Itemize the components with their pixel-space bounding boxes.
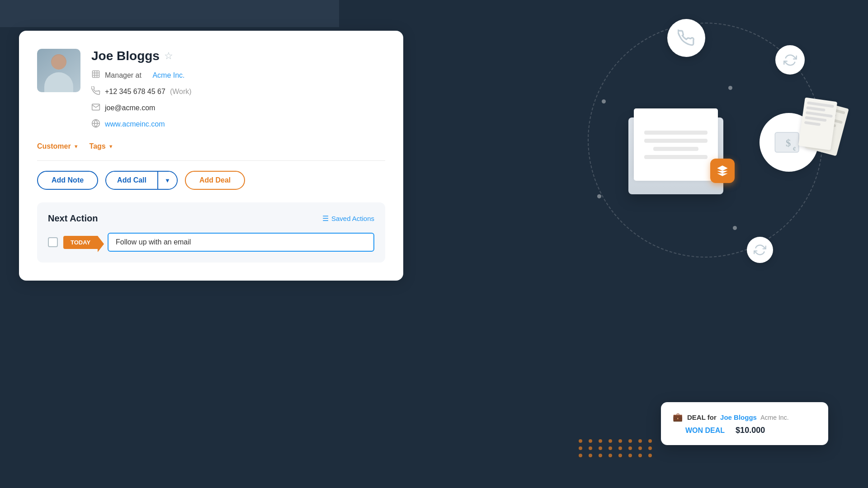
svg-rect-0 <box>93 71 99 78</box>
top-bar <box>0 0 339 27</box>
today-label: TODAY <box>71 239 90 246</box>
deal-card-header: 💼 DEAL for Joe Bloggs Acme Inc. <box>673 412 816 422</box>
profile-name-row: Joe Bloggs ☆ <box>91 49 385 63</box>
tags-caret: ▼ <box>108 144 113 149</box>
phone-type: (Work) <box>170 88 192 96</box>
dot <box>609 454 612 457</box>
company-title: Manager at <box>105 71 142 80</box>
company-link[interactable]: Acme Inc. <box>152 71 184 80</box>
receipt-1 <box>798 98 837 150</box>
dots-grid <box>579 439 655 457</box>
sync-icon-bottom <box>754 244 766 256</box>
add-deal-button[interactable]: Add Deal <box>185 171 245 190</box>
add-call-split-btn: Add Call ▼ <box>105 171 178 190</box>
circle-dot-3 <box>597 194 601 198</box>
sync-circle-bottom <box>747 237 773 263</box>
dot <box>638 439 642 443</box>
dot <box>609 446 612 450</box>
dot <box>589 446 592 450</box>
dot <box>609 439 612 443</box>
dot <box>648 439 652 443</box>
dot <box>589 439 592 443</box>
saved-actions-link[interactable]: ☰ Saved Actions <box>322 214 374 223</box>
deal-card: 💼 DEAL for Joe Bloggs Acme Inc. WON DEAL… <box>661 402 828 445</box>
building-icon <box>91 70 100 81</box>
dot <box>638 446 642 450</box>
phone-icon <box>91 86 100 97</box>
next-action-title: Next Action <box>48 213 98 224</box>
deal-prefix: DEAL for <box>687 413 717 421</box>
stack-icon <box>716 164 729 177</box>
next-action-header: Next Action ☰ Saved Actions <box>48 213 374 224</box>
phone-number: +12 345 678 45 67 <box>105 88 165 96</box>
dot <box>579 446 582 450</box>
email-icon <box>91 103 100 113</box>
dot <box>648 446 652 450</box>
tags-button[interactable]: Tags ▼ <box>90 142 113 150</box>
won-deal-badge: WON DEAL <box>685 427 725 435</box>
action-input[interactable] <box>108 233 374 252</box>
sync-circle-top <box>775 45 805 75</box>
email-address: joe@acme.com <box>105 104 155 112</box>
customer-label: Customer <box>37 142 71 150</box>
customer-caret: ▼ <box>74 144 79 149</box>
action-checkbox[interactable] <box>48 237 58 247</box>
envelope-badge <box>710 159 735 183</box>
dot <box>599 446 602 450</box>
star-icon[interactable]: ☆ <box>164 50 173 62</box>
phone-row: +12 345 678 45 67 (Work) <box>91 86 385 97</box>
circle-dot-4 <box>733 226 737 230</box>
profile-name: Joe Bloggs <box>91 49 160 63</box>
phone-circle <box>667 19 705 57</box>
deal-amount: $10.000 <box>736 426 765 435</box>
email-row: joe@acme.com <box>91 103 385 113</box>
dot <box>579 439 582 443</box>
envelope-illustration <box>628 86 732 194</box>
tags-label: Tags <box>90 142 106 150</box>
avatar <box>37 49 80 92</box>
profile-header: Joe Bloggs ☆ Manager at Acme Inc. <box>37 49 385 130</box>
dot <box>648 454 652 457</box>
dot <box>638 454 642 457</box>
add-note-button[interactable]: Add Note <box>37 171 98 190</box>
dot <box>599 454 602 457</box>
dot <box>628 446 632 450</box>
list-icon: ☰ <box>322 214 329 223</box>
svg-text:$: $ <box>786 137 791 149</box>
website-link[interactable]: www.acmeinc.com <box>105 120 165 128</box>
next-action-section: Next Action ☰ Saved Actions TODAY <box>37 202 385 263</box>
saved-actions-label: Saved Actions <box>331 215 374 222</box>
sync-icon-top <box>783 53 797 67</box>
add-note-label: Add Note <box>52 176 84 184</box>
deal-footer: WON DEAL $10.000 <box>685 426 816 435</box>
dot <box>628 439 632 443</box>
website-row: www.acmeinc.com <box>91 119 385 130</box>
dot <box>589 454 592 457</box>
deal-text: DEAL for Joe Bloggs Acme Inc. <box>687 413 789 421</box>
deal-company: Acme Inc. <box>760 414 788 421</box>
add-call-button[interactable]: Add Call <box>106 172 157 189</box>
add-deal-label: Add Deal <box>199 176 231 184</box>
phone-icon <box>678 29 695 47</box>
dot <box>618 439 622 443</box>
next-action-row: TODAY <box>48 233 374 252</box>
dot <box>599 439 602 443</box>
divider <box>37 160 385 161</box>
globe-icon <box>91 119 100 130</box>
deal-person-link[interactable]: Joe Bloggs <box>720 413 757 421</box>
svg-text:¢: ¢ <box>793 145 796 152</box>
circle-dot-1 <box>602 99 606 103</box>
dot <box>628 454 632 457</box>
tags-row: Customer ▼ Tags ▼ <box>37 142 385 150</box>
contact-card: Joe Bloggs ☆ Manager at Acme Inc. <box>19 31 403 281</box>
customer-button[interactable]: Customer ▼ <box>37 142 79 150</box>
company-row: Manager at Acme Inc. <box>91 70 385 81</box>
briefcase-icon: 💼 <box>673 412 683 422</box>
today-badge: TODAY <box>63 236 98 249</box>
action-buttons: Add Note Add Call ▼ Add Deal <box>37 171 385 190</box>
dot <box>618 446 622 450</box>
add-call-label: Add Call <box>117 176 146 184</box>
profile-info: Joe Bloggs ☆ Manager at Acme Inc. <box>91 49 385 130</box>
add-call-dropdown[interactable]: ▼ <box>157 172 177 189</box>
dot <box>618 454 622 457</box>
